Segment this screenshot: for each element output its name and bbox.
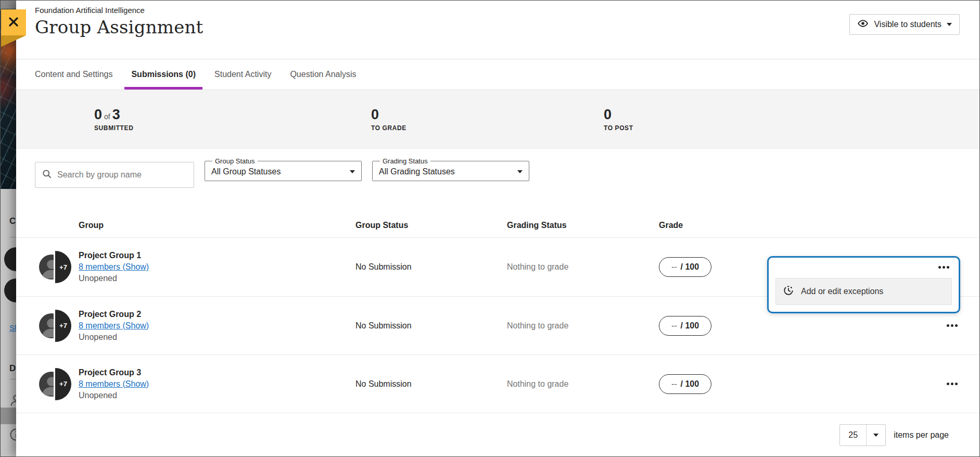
search-icon [42,169,52,181]
info-icon [9,427,16,444]
column-header-group: Group [79,221,104,230]
group-status-cell: No Submission [355,321,412,331]
submission-stats-bar: 0of3 SUBMITTED 0 TO GRADE 0 TO POST [16,90,979,149]
group-avatar: +7 [39,251,71,283]
background-bottombar [1,408,16,424]
table-row: +7 Project Group 3 8 members (Show) Unop… [16,354,979,413]
column-header-group-status: Group Status [355,221,408,230]
grade-pill-button[interactable]: -- / 100 [659,316,711,336]
grading-status-label: Grading Status [380,157,430,165]
grading-status-cell: Nothing to grade [507,262,568,272]
course-name: Foundation Artificial Intelligence [35,6,979,15]
row-options-menu: Add or edit exceptions [767,256,960,313]
group-status-cell: No Submission [355,379,412,389]
group-name: Project Group 3 [79,367,149,378]
background-page-body: C Sh D [1,189,16,424]
background-topbar [1,1,16,9]
row-options-button[interactable] [944,321,960,331]
visibility-label: Visible to students [874,20,941,29]
grade-pill-button[interactable]: -- / 100 [659,374,711,394]
grading-status-cell: Nothing to grade [507,379,568,389]
menu-item-label: Add or edit exceptions [801,287,883,296]
panel-header: Foundation Artificial Intelligence Group… [16,1,979,59]
member-count-badge: +7 [55,310,71,342]
background-page-strip: C Sh D [1,1,16,456]
group-search-box [35,162,194,188]
group-avatar: +7 [39,368,71,400]
screenshot-frame: C Sh D Foundation Artificial Intelligenc… [0,0,980,457]
divider [9,379,16,379]
more-options-icon [938,266,941,269]
member-count-badge: +7 [55,251,71,283]
avatar [4,247,16,271]
column-header-grade: Grade [659,221,683,230]
group-avatar: +7 [39,310,71,342]
stat-submitted: 0of3 SUBMITTED [94,90,133,132]
chevron-down-icon [947,23,952,26]
group-status-value: All Group Statuses [211,167,281,176]
history-clock-icon [783,285,794,298]
page-title: Group Assignment [35,17,979,37]
group-info: Project Group 2 8 members (Show) Unopene… [79,309,149,343]
column-header-grading-status: Grading Status [507,221,567,230]
page-size-value: 25 [840,425,867,446]
chevron-down-icon [873,434,879,437]
group-status-label: Group Status [212,157,258,165]
open-state: Unopened [79,390,149,401]
members-show-link[interactable]: 8 members (Show) [79,261,149,273]
page-size-select[interactable]: 25 [839,424,886,446]
group-info: Project Group 3 8 members (Show) Unopene… [79,367,149,401]
group-status-select[interactable]: Group Status All Group Statuses [205,157,362,181]
more-options-icon [947,383,949,385]
stat-to-post: 0 TO POST [604,90,633,132]
members-show-link[interactable]: 8 members (Show) [79,378,149,390]
row-options-button[interactable] [944,379,960,389]
chevron-down-icon [350,170,355,173]
divider [9,237,16,237]
more-options-icon [947,324,949,327]
row-options-button[interactable] [936,262,951,272]
group-status-cell: No Submission [355,262,412,272]
avatar [4,278,16,302]
menu-item-add-or-edit-exceptions[interactable]: Add or edit exceptions [775,278,952,305]
visibility-dropdown-button[interactable]: Visible to students [849,14,960,35]
open-state: Unopened [79,273,149,284]
grade-pill-button[interactable]: -- / 100 [659,257,711,277]
grading-status-cell: Nothing to grade [507,321,568,331]
pagination-bar: 25 items per page [16,413,979,457]
close-icon [7,16,20,30]
filter-bar: Group Status All Group Statuses Grading … [16,149,979,193]
tab-content-and-settings[interactable]: Content and Settings [35,59,112,90]
open-state: Unopened [79,332,149,343]
close-panel-button[interactable] [1,9,26,35]
group-name: Project Group 2 [79,309,149,320]
items-per-page-label: items per page [894,430,949,440]
grading-status-value: All Grading Statuses [379,167,455,176]
group-info: Project Group 1 8 members (Show) Unopene… [79,250,149,284]
grading-status-select[interactable]: Grading Status All Grading Statuses [372,157,529,181]
table-header-row: Group Group Status Grading Status Grade [16,193,979,238]
tab-bar: Content and Settings Submissions (0) Stu… [16,59,979,90]
tab-question-analysis[interactable]: Question Analysis [290,59,356,90]
stat-to-grade: 0 TO GRADE [371,90,406,132]
search-input[interactable] [57,170,187,180]
assignment-panel: Foundation Artificial Intelligence Group… [16,1,979,456]
background-heading-fragment: C [9,216,16,226]
eye-icon [857,18,869,31]
members-show-link[interactable]: 8 members (Show) [79,320,149,332]
group-name: Project Group 1 [79,250,149,261]
member-count-badge: +7 [55,368,71,400]
background-link-fragment: Sh [9,323,16,332]
chevron-down-icon [517,170,523,173]
tab-student-activity[interactable]: Student Activity [214,59,271,90]
background-heading-fragment: D [9,363,16,374]
tab-submissions[interactable]: Submissions (0) [131,59,196,90]
